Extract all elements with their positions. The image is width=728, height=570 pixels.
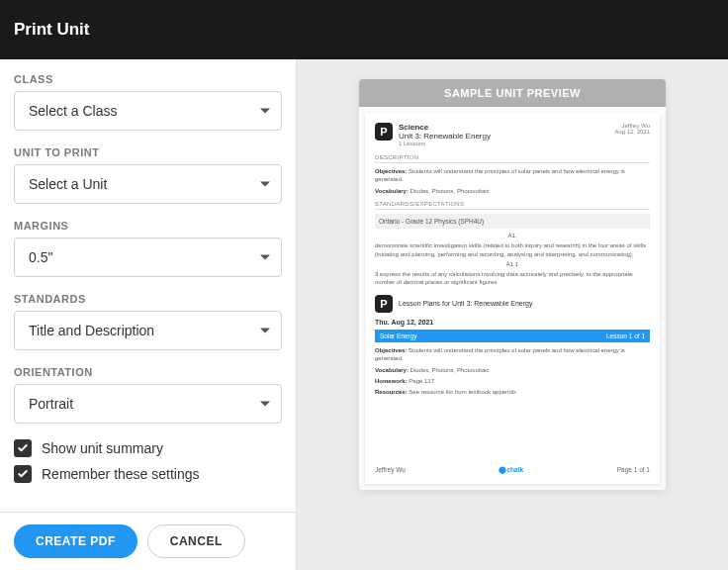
standards-field: STANDARDS Title and Description (14, 293, 282, 350)
preview-plan-objectives: Objectives: Students will understand the… (375, 346, 650, 363)
margins-field: MARGINS 0.5" (14, 220, 282, 277)
preview-plans-title: Lesson Plans for Unit 3: Renewable Energ… (399, 300, 532, 307)
dialog-body: CLASS Select a Class UNIT TO PRINT Selec… (0, 59, 728, 570)
preview-a11-label: A1.1 (375, 261, 650, 267)
preview-lesson-name: Solar Energy (380, 332, 417, 339)
check-icon (17, 442, 29, 454)
options-scroll[interactable]: CLASS Select a Class UNIT TO PRINT Selec… (0, 59, 296, 512)
preview-card: SAMPLE UNIT PREVIEW P Science Unit 3: Re… (359, 79, 666, 490)
preview-brand: ⬤chalk (499, 466, 523, 474)
create-pdf-button[interactable]: CREATE PDF (14, 524, 137, 558)
preview-header: SAMPLE UNIT PREVIEW (359, 79, 666, 107)
unit-select[interactable]: Select a Unit (14, 164, 282, 204)
preview-homework: Homework: Page 117 (375, 377, 650, 385)
preview-lesson-bar: Solar Energy Lesson 1 of 1 (375, 330, 650, 342)
dialog-title: Print Unit (14, 20, 90, 40)
logo-icon: P (375, 295, 393, 313)
logo-icon: P (375, 123, 393, 141)
unit-label: UNIT TO PRINT (14, 146, 282, 158)
dialog-header: Print Unit (0, 0, 728, 59)
preview-top-row: P Science Unit 3: Renewable Energy 1 Les… (375, 123, 650, 146)
preview-course: Ontario - Grade 12 Physics (SPH4U) (375, 214, 650, 229)
preview-plan-date: Thu. Aug 12, 2021 (375, 319, 650, 326)
preview-objectives: Objectives: Objectives: Students will un… (375, 167, 650, 184)
cancel-button[interactable]: CANCEL (147, 524, 245, 558)
check-icon (17, 468, 29, 480)
preview-title-block: Science Unit 3: Renewable Energy 1 Lesso… (399, 123, 608, 146)
margins-label: MARGINS (14, 220, 282, 232)
unit-field: UNIT TO PRINT Select a Unit (14, 146, 282, 204)
preview-vocabulary: Vocabulary: Diodes, Photons, Photovoltai… (375, 187, 650, 195)
remember-checkbox[interactable] (14, 465, 32, 483)
remember-row: Remember these settings (14, 465, 282, 483)
dialog-footer: CREATE PDF CANCEL (0, 512, 296, 570)
show-summary-label: Show unit summary (42, 440, 163, 456)
orientation-field: ORIENTATION Portrait (14, 366, 282, 424)
standards-select[interactable]: Title and Description (14, 311, 282, 350)
show-summary-row: Show unit summary (14, 439, 282, 457)
class-select[interactable]: Select a Class (14, 91, 282, 131)
preview-lesson-count: 1 Lessons (399, 141, 608, 146)
preview-plans-header: P Lesson Plans for Unit 3: Renewable Ene… (375, 295, 650, 313)
preview-unit-title: Unit 3: Renewable Energy (399, 132, 608, 141)
class-field: CLASS Select a Class (14, 73, 282, 131)
options-panel: CLASS Select a Class UNIT TO PRINT Selec… (0, 59, 297, 570)
preview-standards-label: STANDARDS/EXPECTATIONS (375, 201, 650, 210)
preview-footer-author: Jeffrey Wu (375, 466, 406, 473)
preview-page: P Science Unit 3: Renewable Energy 1 Les… (365, 113, 660, 484)
standards-label: STANDARDS (14, 293, 282, 305)
preview-body: P Science Unit 3: Renewable Energy 1 Les… (359, 107, 666, 490)
preview-page-num: Page 1 of 1 (617, 466, 650, 473)
preview-page-footer: Jeffrey Wu ⬤chalk Page 1 of 1 (375, 466, 650, 474)
class-label: CLASS (14, 73, 282, 85)
orientation-select[interactable]: Portrait (14, 384, 282, 424)
margins-select[interactable]: 0.5" (14, 238, 282, 277)
preview-desc-label: DESCRIPTION (375, 154, 650, 163)
preview-panel: SAMPLE UNIT PREVIEW P Science Unit 3: Re… (297, 59, 728, 570)
preview-date: Aug 12, 2021 (614, 129, 650, 135)
remember-label: Remember these settings (42, 466, 200, 482)
orientation-label: ORIENTATION (14, 366, 282, 378)
preview-a1-label: A1. (375, 233, 650, 238)
preview-a1-text: demonstrate scientific investigation ski… (375, 241, 650, 258)
preview-meta: Jeffrey Wu Aug 12, 2021 (614, 123, 650, 135)
preview-plan-vocab: Vocabulary: Diodes, Photons, Photovoltai… (375, 366, 650, 374)
show-summary-checkbox[interactable] (14, 439, 32, 457)
preview-subject: Science (399, 123, 608, 132)
preview-resources: Resources: See resource list from textbo… (375, 388, 650, 396)
preview-lesson-badge: Lesson 1 of 1 (606, 332, 645, 339)
preview-a11-text: 3 express the results of any calculation… (375, 270, 650, 287)
